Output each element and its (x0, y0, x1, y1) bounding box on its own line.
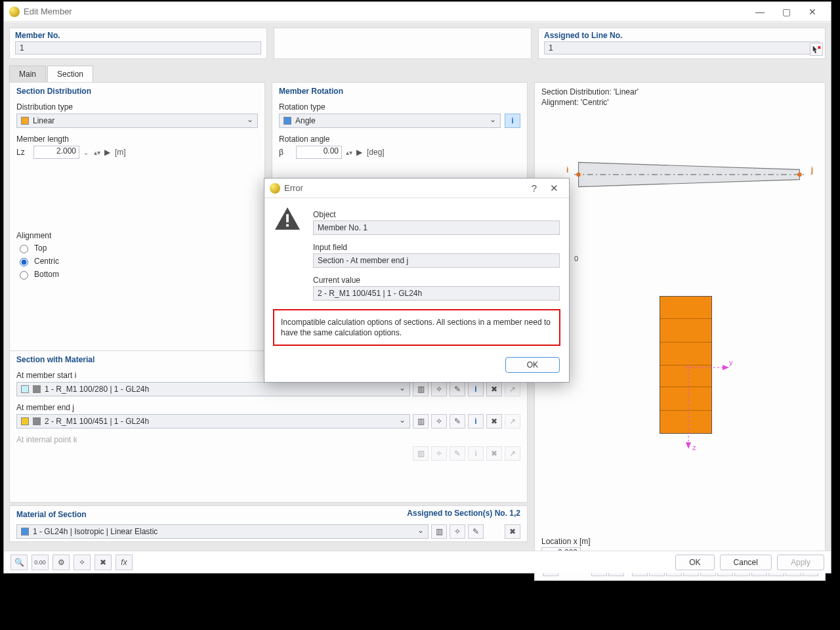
new-icon[interactable]: ✧ (431, 382, 447, 396)
material-swatch-icon (21, 528, 29, 536)
beta-symbol: β (279, 148, 292, 157)
ok-button[interactable]: OK (675, 555, 714, 570)
assigned-line-label: Assigned to Line No. (544, 31, 820, 40)
warning-icon (274, 206, 301, 231)
svg-rect-12 (286, 224, 289, 227)
error-ok-button[interactable]: OK (505, 357, 560, 373)
info-icon[interactable]: i (468, 382, 484, 396)
error-title-bar: Error ? ✕ (264, 178, 569, 198)
delete-icon: ✖ (486, 446, 502, 461)
preview-info-line1: Section Distribution: 'Linear' (541, 87, 818, 97)
member-length-input[interactable]: 2.000 (33, 146, 79, 159)
start-swatch1-icon (21, 385, 29, 393)
location-x-label: Location x [m] (541, 537, 591, 546)
alignment-top[interactable]: Top (16, 243, 258, 253)
member-end-dropdown[interactable]: 2 - R_M1 100/451 | 1 - GL24h (16, 414, 410, 429)
rotation-type-label: Rotation type (279, 102, 520, 112)
distribution-type-dropdown[interactable]: Linear (16, 114, 258, 128)
error-current-value: 2 - R_M1 100/451 | 1 - GL24h (313, 286, 560, 301)
member-no-input[interactable]: 1 (15, 41, 261, 54)
spinner-icon[interactable]: ▴▾ (94, 149, 100, 156)
library-icon[interactable]: ▥ (431, 524, 447, 539)
search-icon[interactable]: 🔍 (10, 555, 28, 570)
edit-icon[interactable]: ✎ (450, 382, 465, 396)
alignment-bottom[interactable]: Bottom (16, 269, 258, 280)
app-icon (9, 7, 20, 17)
material-dropdown[interactable]: 1 - GL24h | Isotropic | Linear Elastic (16, 524, 429, 539)
delete-icon[interactable]: ✖ (505, 524, 520, 539)
apply-button[interactable]: Apply (777, 555, 824, 570)
node-i-label: i (566, 165, 568, 175)
spinner-icon[interactable]: ▴▾ (346, 149, 352, 156)
help-button[interactable]: ? (524, 182, 544, 194)
lz-unit: [m] (115, 148, 126, 157)
preview-panel: Section Distribution: 'Linear' Alignment… (534, 82, 826, 581)
library-icon[interactable]: ▥ (413, 382, 429, 396)
member-start-dropdown[interactable]: 1 - R_M1 100/280 | 1 - GL24h (16, 382, 410, 396)
pick-line-button[interactable] (810, 43, 823, 56)
wizard-icon[interactable]: ✧ (74, 555, 91, 570)
close-button[interactable]: ✕ (799, 3, 826, 21)
clear-icon[interactable]: ✖ (94, 555, 112, 570)
error-object-value: Member No. 1 (313, 220, 560, 235)
close-button[interactable]: ✕ (544, 182, 564, 194)
function-icon[interactable]: fx (116, 555, 133, 570)
rotation-swatch-icon (284, 117, 291, 125)
rotation-type-value: Angle (295, 116, 316, 125)
error-field-value: Section - At member end j (313, 253, 560, 268)
info-icon[interactable]: i (468, 414, 484, 429)
new-icon[interactable]: ✧ (450, 524, 465, 539)
flip-icon[interactable]: ↗ (505, 382, 520, 396)
tab-section[interactable]: Section (47, 66, 93, 82)
library-icon[interactable]: ▥ (413, 414, 429, 429)
cancel-button[interactable]: Cancel (720, 555, 772, 570)
rotation-angle-label: Rotation angle (279, 135, 520, 144)
member-end-label: At member end j (16, 403, 520, 412)
edit-icon[interactable]: ✎ (468, 524, 484, 539)
edit-icon: ✎ (450, 446, 465, 461)
rotation-angle-input[interactable]: 0.00 (296, 146, 342, 159)
edit-icon[interactable]: ✎ (450, 414, 465, 429)
svg-rect-11 (286, 214, 289, 222)
tab-main[interactable]: Main (9, 66, 46, 82)
preview-info-line2: Alignment: 'Centric' (541, 97, 818, 108)
library-icon: ▥ (413, 446, 429, 461)
assigned-line-panel: Assigned to Line No. 1 (538, 28, 826, 59)
info-icon[interactable]: i (505, 114, 520, 128)
title-bar: Edit Member — ▢ ✕ (4, 2, 831, 22)
origin-zero-label: 0 (574, 255, 578, 262)
units-icon[interactable]: 0.00 (32, 555, 49, 570)
flip-icon: ↗ (505, 446, 520, 461)
member-start-value: 1 - R_M1 100/280 | 1 - GL24h (45, 385, 149, 394)
minimize-button[interactable]: — (747, 3, 773, 21)
new-icon[interactable]: ✧ (431, 414, 447, 429)
delete-icon[interactable]: ✖ (486, 414, 502, 429)
play-icon[interactable]: ▶ (104, 148, 111, 157)
rotation-type-dropdown[interactable]: Angle (279, 114, 501, 128)
error-dialog: Error ? ✕ Object Member No. 1 Input fiel… (264, 178, 570, 383)
play-icon[interactable]: ▶ (356, 148, 363, 157)
flip-icon[interactable]: ↗ (505, 414, 520, 429)
alignment-centric[interactable]: Centric (16, 256, 258, 266)
z-axis-arrow (683, 365, 694, 450)
error-field-label: Input field (313, 243, 560, 252)
member-no-value: 1 (20, 43, 24, 52)
app-icon (270, 183, 280, 194)
window-title: Edit Member (24, 7, 747, 16)
model-icon[interactable]: ⚙ (52, 555, 70, 570)
delete-icon[interactable]: ✖ (486, 382, 502, 396)
internal-point-label: At internal point k (16, 435, 520, 444)
member-length-label: Member length (16, 135, 258, 144)
alignment-radio-group: Top Centric Bottom (16, 243, 258, 280)
dropdown-small-icon[interactable]: ⌄ (83, 149, 90, 156)
assigned-line-value: 1 (549, 43, 553, 52)
assigned-line-input[interactable]: 1 (544, 41, 820, 54)
error-message: Incompatible calculation options of sect… (274, 310, 560, 345)
svg-point-4 (576, 173, 581, 177)
member-side-view: i j (574, 155, 804, 194)
end-swatch2-icon (33, 417, 41, 425)
error-object-label: Object (313, 210, 560, 219)
svg-point-5 (797, 173, 802, 177)
maximize-button[interactable]: ▢ (773, 3, 799, 21)
member-rotation-title: Member Rotation (279, 87, 520, 96)
